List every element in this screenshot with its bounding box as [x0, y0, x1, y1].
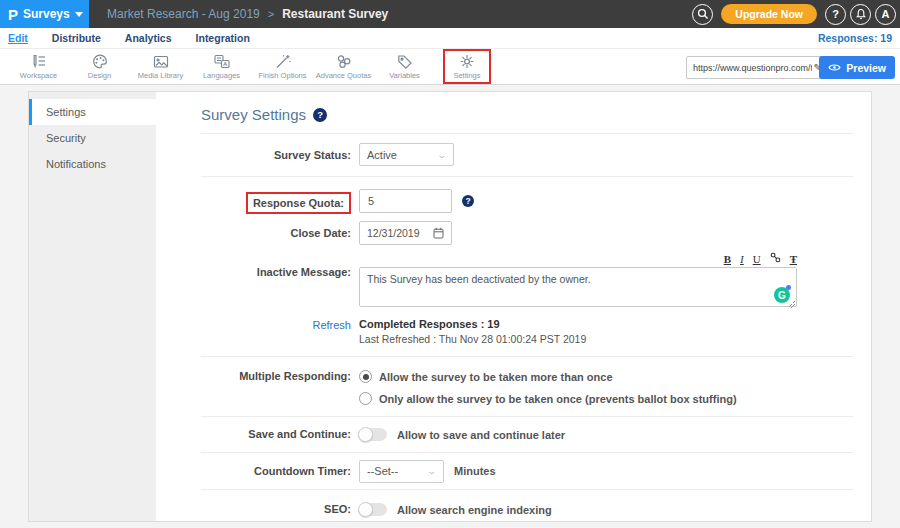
response-quota-help-icon[interactable]: ? — [462, 195, 474, 207]
avatar[interactable]: A — [875, 4, 896, 25]
refresh-info: Completed Responses : 19 Last Refreshed … — [359, 318, 586, 345]
translate-icon: A — [213, 53, 231, 70]
top-navbar: P Surveys Market Research - Aug 2019 > R… — [0, 0, 900, 28]
toolbar-label: Advance Quotas — [316, 71, 371, 80]
breadcrumb-survey-name: Restaurant Survey — [282, 7, 388, 21]
toolbar-item-advance-quotas[interactable]: Advance Quotas — [313, 51, 374, 82]
seo-row: SEO: Allow search engine indexing — [201, 490, 853, 521]
inactive-message-textarea[interactable]: This Survey has been deactivated by the … — [359, 267, 797, 307]
countdown-timer-label: Countdown Timer: — [201, 459, 351, 483]
toolbar-label: Media Library — [138, 71, 183, 80]
help-button[interactable]: ? — [825, 4, 846, 25]
menu-item-integration[interactable]: Integration — [196, 32, 250, 44]
link-icon — [770, 252, 781, 263]
close-date-picker[interactable]: 12/31/2019 — [359, 221, 452, 245]
close-date-label: Close Date: — [201, 221, 351, 245]
linked-rings-icon — [335, 53, 353, 70]
search-button[interactable] — [692, 4, 713, 25]
last-refreshed-text: Last Refreshed : Thu Nov 28 01:00:24 PST… — [359, 333, 586, 345]
eye-icon — [828, 63, 841, 72]
response-quota-row: Response Quota: ? — [201, 189, 474, 214]
seo-label: SEO: — [201, 502, 351, 517]
inactive-message-row: Inactive Message: B I U Ŧ This Su — [201, 252, 797, 311]
survey-settings-help-icon[interactable]: ? — [313, 108, 327, 122]
response-quota-input[interactable] — [359, 189, 452, 213]
notifications-button[interactable] — [850, 4, 871, 25]
toolbar-label: Finish Options — [259, 71, 307, 80]
upgrade-now-button[interactable]: Upgrade Now — [721, 4, 817, 24]
search-icon — [697, 8, 709, 20]
settings-sidebar: Settings Security Notifications — [29, 92, 156, 521]
topbar-actions: Upgrade Now ? A — [692, 0, 896, 28]
multiple-responding-row: Multiple Responding: Allow the survey to… — [201, 357, 853, 417]
seo-toggle[interactable] — [359, 503, 387, 516]
bold-button[interactable]: B — [724, 253, 731, 265]
inactive-message-label: Inactive Message: — [201, 252, 351, 278]
save-and-continue-toggle[interactable] — [359, 428, 387, 441]
surveys-product-menu[interactable]: P Surveys — [0, 0, 89, 28]
toolbar-label: Workspace — [20, 71, 57, 80]
save-and-continue-row: Save and Continue: Allow to save and con… — [201, 417, 853, 453]
survey-menu-bar: Edit Distribute Analytics Integration Re… — [0, 28, 900, 48]
tag-icon — [396, 53, 414, 70]
breadcrumb-folder[interactable]: Market Research - Aug 2019 — [107, 7, 260, 21]
page-title: Survey Settings — [201, 106, 306, 123]
refresh-row: Refresh Completed Responses : 19 Last Re… — [201, 318, 586, 345]
menu-item-analytics[interactable]: Analytics — [125, 32, 172, 44]
sidebar-item-security[interactable]: Security — [29, 125, 156, 151]
preview-button[interactable]: Preview — [819, 56, 895, 79]
radio-option-label: Only allow the survey to be taken once (… — [379, 393, 737, 405]
countdown-timer-row: Countdown Timer: --Set-- ⌄ Minutes — [201, 453, 853, 490]
chevron-down-icon: ⌄ — [427, 466, 438, 476]
survey-url-field: ✎ — [686, 56, 828, 79]
refresh-link[interactable]: Refresh — [201, 318, 351, 331]
toolbar-item-design[interactable]: Design — [69, 51, 130, 82]
survey-status-value: Active — [367, 149, 397, 161]
editor-toolbar: B I U Ŧ — [359, 252, 797, 265]
responses-count-badge[interactable]: Responses: 19 — [818, 32, 892, 44]
quota-group-row: Response Quota: ? Close Date: 12/31/2019 — [201, 177, 853, 357]
radio-option-multiple[interactable]: Allow the survey to be taken more than o… — [359, 370, 613, 383]
survey-url-input[interactable] — [687, 63, 814, 73]
save-and-continue-label: Save and Continue: — [201, 427, 351, 442]
close-date-value: 12/31/2019 — [367, 227, 420, 239]
image-icon — [152, 53, 170, 70]
resize-grip[interactable] — [788, 301, 795, 308]
survey-status-select[interactable]: Active ⌄ — [359, 143, 454, 166]
toolbar-item-languages[interactable]: A Languages — [191, 51, 252, 82]
link-button[interactable] — [770, 252, 781, 265]
toolbar-item-settings[interactable]: Settings — [443, 49, 491, 84]
countdown-timer-value: --Set-- — [367, 465, 398, 477]
response-quota-label: Response Quota: — [246, 192, 351, 214]
survey-status-row: Survey Status: Active ⌄ — [201, 134, 853, 177]
sidebar-item-settings[interactable]: Settings — [29, 99, 156, 125]
remove-format-button[interactable]: Ŧ — [790, 253, 797, 265]
underline-button[interactable]: U — [753, 253, 761, 265]
save-and-continue-text: Allow to save and continue later — [397, 429, 565, 441]
toolbar-label: Design — [88, 71, 111, 80]
toolbar-item-finish-options[interactable]: Finish Options — [252, 51, 313, 82]
radio-unselected-icon[interactable] — [359, 392, 372, 405]
radio-selected-icon[interactable] — [359, 370, 372, 383]
chevron-down-icon — [75, 12, 83, 17]
breadcrumb: Market Research - Aug 2019 > Restaurant … — [89, 0, 388, 28]
product-name: Surveys — [23, 7, 70, 21]
inactive-message-editor: This Survey has been deactivated by the … — [359, 267, 797, 311]
radio-option-label: Allow the survey to be taken more than o… — [379, 371, 613, 383]
toolbar-item-workspace[interactable]: Workspace — [8, 51, 69, 82]
magic-wand-icon — [274, 53, 292, 70]
italic-button[interactable]: I — [740, 253, 744, 265]
menu-item-edit[interactable]: Edit — [8, 32, 28, 44]
sidebar-item-notifications[interactable]: Notifications — [29, 151, 156, 177]
preview-label: Preview — [846, 62, 886, 74]
countdown-timer-select[interactable]: --Set-- ⌄ — [359, 460, 444, 483]
palette-icon — [91, 53, 109, 70]
close-date-row: Close Date: 12/31/2019 — [201, 221, 452, 245]
toolbar-item-media-library[interactable]: Media Library — [130, 51, 191, 82]
seo-text: Allow search engine indexing — [397, 504, 552, 516]
menu-item-distribute[interactable]: Distribute — [52, 32, 101, 44]
chevron-down-icon: ⌄ — [437, 150, 448, 160]
countdown-timer-units: Minutes — [454, 465, 496, 477]
toolbar-item-variables[interactable]: Variables — [374, 51, 435, 82]
radio-option-once[interactable]: Only allow the survey to be taken once (… — [359, 392, 737, 405]
